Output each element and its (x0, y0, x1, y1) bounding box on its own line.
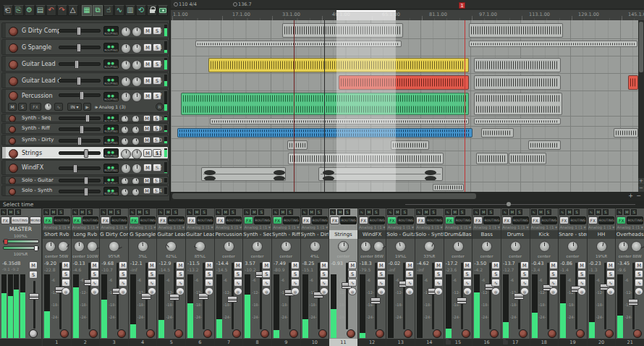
track-volume-slider[interactable] (59, 117, 101, 120)
strip-mute-button[interactable]: M (520, 261, 529, 269)
strip-input-selector[interactable]: Analog 1 (1 ▾ (272, 225, 300, 229)
strip-width-knob[interactable] (58, 241, 69, 252)
master-mini-button[interactable]: ∿ (1, 209, 7, 215)
mute-button[interactable]: M (143, 164, 152, 172)
strip-mute-button[interactable]: M (463, 261, 472, 269)
strip-solo-button[interactable]: S (606, 270, 615, 278)
strip-record-arm-button[interactable] (462, 329, 470, 338)
strip-solo-button[interactable]: S (348, 270, 357, 278)
strip-input-selector[interactable]: Analog 1 (1 ▾ (72, 225, 100, 229)
master-pan-left-slider[interactable] (3, 240, 39, 243)
strip-mini-env-button[interactable]: ∿ (101, 209, 106, 215)
strip-fx-button[interactable]: FX (531, 216, 541, 224)
strip-mini-env-button[interactable]: ∿ (330, 209, 336, 215)
routing-button[interactable]: ●●ROUTING (103, 136, 119, 145)
strip-number-row[interactable]: 16 (473, 339, 501, 346)
strip-mini-env-button[interactable]: ∿ (273, 209, 279, 215)
strip-mini-solo-button[interactable]: S (316, 209, 322, 215)
mixer-strip-strings[interactable]: ∿MSFXROUTINGAnalog 1 (1 ▾Stringscenter-0… (329, 208, 358, 346)
strip-routing-button[interactable]: ROUTING (254, 216, 271, 224)
pan-knob[interactable] (121, 27, 131, 37)
mixer-strip-drum-bass[interactable]: ∿MSFXROUTINGAnalog 1 (1 ▾Drum&Basscenter… (444, 208, 473, 346)
routing-button[interactable]: ●●ROUTING (103, 26, 119, 35)
strip-env-button[interactable]: ∿ (176, 279, 185, 287)
track-grip[interactable] (2, 161, 6, 174)
strip-number-row[interactable]: 10 (301, 339, 329, 346)
strip-mini-solo-button[interactable]: S (115, 209, 121, 215)
track-volume-slider[interactable] (59, 179, 101, 182)
strip-input-selector[interactable]: Analog 1 (1 ▾ (358, 225, 386, 229)
strip-mini-env-button[interactable]: ∿ (187, 209, 192, 215)
strip-track-name[interactable]: HH (588, 230, 616, 239)
track-grip[interactable] (2, 177, 6, 184)
strip-trim-button[interactable]: ◎ (377, 287, 386, 295)
mixer-strip-guitar-lead[interactable]: ∿MSFXROUTINGAnalog 1 (1 ▾Guitar Lead62%L… (157, 208, 186, 346)
strip-number-row[interactable]: 6 (186, 339, 214, 346)
track-grip[interactable] (2, 40, 6, 54)
strip-fx-button[interactable]: FX (187, 216, 196, 224)
track-name[interactable]: G Dirty Comp (22, 28, 61, 34)
strip-mini-env-button[interactable]: ∿ (387, 209, 393, 215)
strip-trim-button[interactable]: ◎ (176, 287, 185, 295)
metronome-button[interactable]: △ (68, 5, 78, 16)
track-volume-slider[interactable] (59, 151, 101, 155)
strip-track-name[interactable]: Synth - Seq (243, 230, 271, 239)
strip-mini-mute-button[interactable]: M (567, 209, 572, 215)
strip-env-button[interactable]: ∿ (463, 279, 472, 287)
routing-button[interactable]: ●●ROUTING (103, 59, 119, 69)
strip-trim-button[interactable]: ◎ (491, 287, 500, 295)
strip-pan-knob[interactable] (510, 241, 521, 252)
audio-clip[interactable] (528, 140, 561, 150)
tempo-marker[interactable]: 110 4/4 (174, 1, 197, 7)
strip-record-arm-button[interactable] (519, 329, 528, 338)
strip-env-button[interactable]: ∿ (549, 279, 558, 287)
routing-button[interactable]: ●●ROUTING (103, 125, 119, 134)
track-name[interactable]: Guitar Lead d (22, 77, 61, 84)
pan-knob[interactable] (121, 77, 131, 87)
strip-number-row[interactable]: 3 (100, 339, 128, 346)
strip-track-name[interactable]: G Spangle (129, 230, 157, 239)
strip-number-row[interactable]: 9 (272, 339, 300, 346)
track-name[interactable]: Synth - Seq (22, 115, 51, 121)
strip-trim-button[interactable]: ◎ (549, 287, 558, 295)
routing-button[interactable]: ●●ROUTING (103, 114, 119, 122)
audio-clip[interactable] (614, 128, 638, 138)
strip-track-name[interactable]: Solo - Guitar (386, 230, 415, 239)
strip-mini-env-button[interactable]: ∿ (445, 209, 451, 215)
strip-env-button[interactable]: ∿ (606, 279, 615, 287)
strip-record-arm-button[interactable] (232, 329, 241, 338)
strip-width-knob[interactable] (631, 241, 642, 252)
strip-record-arm-button[interactable] (89, 329, 98, 338)
strip-mini-mute-button[interactable]: M (280, 209, 286, 215)
track-panel-percussion[interactable]: Percussion●●ROUTINGMSMSFX∿IN ▾▶🕪 Analog … (1, 89, 169, 113)
strip-routing-button[interactable]: ROUTING (426, 216, 443, 224)
strip-mini-solo-button[interactable]: S (603, 209, 609, 215)
mixer-strip-long-rvb[interactable]: ∿MSFXROUTINGAnalog 1 (1 ▾Long Rvbcenter … (72, 208, 101, 346)
strip-pan-knob[interactable] (481, 241, 492, 252)
strip-input-selector[interactable]: Analog 1 (1 ▾ (129, 225, 157, 229)
strip-env-button[interactable]: ∿ (90, 279, 99, 287)
strip-fader-handle[interactable] (628, 299, 638, 305)
track-panel-strings[interactable]: Strings●●ROUTINGMS11 (1, 146, 169, 159)
strip-mini-mute-button[interactable]: M (223, 209, 229, 215)
strip-input-selector[interactable]: Analog 1 (1 ▾ (444, 225, 473, 229)
strip-input-selector[interactable]: Analog 1 (1 ▾ (530, 225, 559, 229)
vzoom-in-button[interactable]: + (638, 178, 644, 185)
pan-knob[interactable] (121, 92, 131, 102)
track-volume-slider[interactable] (59, 29, 101, 33)
record-arm-button[interactable] (9, 138, 16, 145)
strip-track-name[interactable]: Drums (501, 230, 530, 239)
routing-button[interactable]: ●●ROUTING (103, 92, 119, 101)
record-arm-button[interactable] (9, 115, 16, 122)
strip-record-arm-button[interactable] (605, 329, 614, 338)
strip-routing-button[interactable]: ROUTING (598, 216, 615, 224)
strip-mute-button[interactable]: M (176, 261, 185, 269)
master-mini-button[interactable]: S (15, 209, 21, 215)
track-panel-guitar-lead[interactable]: Guitar Lead●●ROUTINGMS5 (1, 56, 169, 72)
strip-track-name[interactable]: Drum&Bass (444, 230, 473, 239)
strip-solo-button[interactable]: S (148, 270, 156, 278)
mixer-strip-synth-seq[interactable]: ∿MSFXROUTINGAnalog 1 (1 ▾Synth - Seqcent… (243, 208, 272, 346)
strip-mini-mute-button[interactable]: M (538, 209, 544, 215)
mute-button[interactable]: M (143, 125, 151, 132)
save-project-button[interactable]: ▤ (35, 5, 46, 16)
